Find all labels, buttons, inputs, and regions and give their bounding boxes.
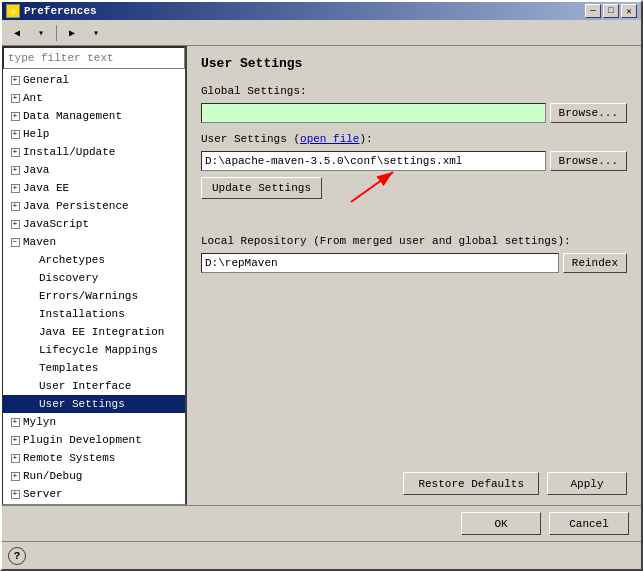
tree-item-user-settings[interactable]: User Settings [3, 395, 185, 413]
user-settings-label2: ): [359, 133, 372, 145]
expander-help[interactable]: + [7, 126, 23, 142]
tree-item-help[interactable]: + Help [3, 125, 185, 143]
tree-item-data-management[interactable]: + Data Management [3, 107, 185, 125]
tree-item-templates[interactable]: Templates [3, 359, 185, 377]
expander-java-persistence[interactable]: + [7, 198, 23, 214]
tree-item-java-ee[interactable]: + Java EE [3, 179, 185, 197]
global-settings-group: Global Settings: Browse... [201, 85, 627, 123]
tree-item-maven[interactable]: − Maven [3, 233, 185, 251]
tree-label-discovery: Discovery [39, 272, 98, 284]
tree-item-discovery[interactable]: Discovery [3, 269, 185, 287]
user-settings-row: Browse... [201, 151, 627, 171]
user-settings-label-text: User Settings ( [201, 133, 300, 145]
user-browse-button[interactable]: Browse... [550, 151, 627, 171]
cancel-button[interactable]: Cancel [549, 512, 629, 535]
tree-item-java-ee-integration[interactable]: Java EE Integration [3, 323, 185, 341]
tree-area: + General + Ant + Data Management + Help [3, 69, 185, 504]
filter-input[interactable] [3, 47, 185, 69]
tree-item-user-interface[interactable]: User Interface [3, 377, 185, 395]
tree-item-javascript[interactable]: + JavaScript [3, 215, 185, 233]
tree-label-errors-warnings: Errors/Warnings [39, 290, 138, 302]
forward-button[interactable]: ▶ [61, 23, 83, 43]
tree-label-lifecycle-mappings: Lifecycle Mappings [39, 344, 158, 356]
minimize-button[interactable]: ─ [585, 4, 601, 18]
tree-item-java[interactable]: + Java [3, 161, 185, 179]
tree-label-run-debug: Run/Debug [23, 470, 82, 482]
dialog-buttons: OK Cancel [2, 505, 641, 541]
preferences-window: ⚙ Preferences ─ □ ✕ ◀ ▾ ▶ ▾ + General [0, 0, 643, 571]
left-panel: + General + Ant + Data Management + Help [2, 46, 187, 505]
expander-errors-spacer [23, 288, 39, 304]
toolbar-separator [56, 25, 57, 41]
tree-item-mylyn[interactable]: + Mylyn [3, 413, 185, 431]
local-repo-row: Reindex [201, 253, 627, 273]
tree-item-errors-warnings[interactable]: Errors/Warnings [3, 287, 185, 305]
global-browse-button[interactable]: Browse... [550, 103, 627, 123]
expander-lifecycle-spacer [23, 342, 39, 358]
local-repo-group: Local Repository (From merged user and g… [201, 235, 627, 273]
global-settings-input[interactable] [201, 103, 546, 123]
tree-label-ant: Ant [23, 92, 43, 104]
expander-maven[interactable]: − [7, 234, 23, 250]
apply-button[interactable]: Apply [547, 472, 627, 495]
update-arrow-area: Update Settings [201, 177, 627, 217]
spacer [201, 283, 627, 456]
titlebar: ⚙ Preferences ─ □ ✕ [2, 2, 641, 20]
help-button[interactable]: ? [8, 547, 26, 565]
right-bottom-buttons: Restore Defaults Apply [201, 466, 627, 495]
tree-label-install-update: Install/Update [23, 146, 115, 158]
expander-mylyn[interactable]: + [7, 414, 23, 430]
tree-label-data-management: Data Management [23, 110, 122, 122]
back-dropdown-button[interactable]: ▾ [30, 23, 52, 43]
expander-install-update[interactable]: + [7, 144, 23, 160]
tree-item-archetypes[interactable]: Archetypes [3, 251, 185, 269]
tree-label-java-ee-integration: Java EE Integration [39, 326, 164, 338]
tree-item-remote-systems[interactable]: + Remote Systems [3, 449, 185, 467]
tree-item-java-persistence[interactable]: + Java Persistence [3, 197, 185, 215]
tree-item-ant[interactable]: + Ant [3, 89, 185, 107]
back-button[interactable]: ◀ [6, 23, 28, 43]
tree-item-run-debug[interactable]: + Run/Debug [3, 467, 185, 485]
open-file-link[interactable]: open file [300, 133, 359, 145]
forward-dropdown-button[interactable]: ▾ [85, 23, 107, 43]
expander-plugin[interactable]: + [7, 432, 23, 448]
user-settings-label: User Settings (open file): [201, 133, 627, 145]
red-arrow-indicator [341, 167, 401, 207]
toolbar: ◀ ▾ ▶ ▾ [2, 20, 641, 46]
expander-server[interactable]: + [7, 486, 23, 502]
expander-java[interactable]: + [7, 162, 23, 178]
tree-label-installations: Installations [39, 308, 125, 320]
update-settings-button[interactable]: Update Settings [201, 177, 322, 199]
expander-java-ee[interactable]: + [7, 180, 23, 196]
expander-remote[interactable]: + [7, 450, 23, 466]
maximize-button[interactable]: □ [603, 4, 619, 18]
local-repo-label: Local Repository (From merged user and g… [201, 235, 627, 247]
tree-label-archetypes: Archetypes [39, 254, 105, 266]
expander-data-management[interactable]: + [7, 108, 23, 124]
page-title: User Settings [201, 56, 627, 71]
tree-item-lifecycle-mappings[interactable]: Lifecycle Mappings [3, 341, 185, 359]
expander-run-debug[interactable]: + [7, 468, 23, 484]
tree-label-mylyn: Mylyn [23, 416, 56, 428]
local-repo-input[interactable] [201, 253, 559, 273]
tree-item-general[interactable]: + General [3, 71, 185, 89]
tree-item-installations[interactable]: Installations [3, 305, 185, 323]
expander-general[interactable]: + [7, 72, 23, 88]
window-title: Preferences [24, 5, 97, 17]
tree-label-java-persistence: Java Persistence [23, 200, 129, 212]
tree-item-install-update[interactable]: + Install/Update [3, 143, 185, 161]
restore-defaults-button[interactable]: Restore Defaults [403, 472, 539, 495]
expander-javascript[interactable]: + [7, 216, 23, 232]
tree-item-plugin-development[interactable]: + Plugin Development [3, 431, 185, 449]
user-settings-group: User Settings (open file): Browse... Upd… [201, 133, 627, 217]
expander-ant[interactable]: + [7, 90, 23, 106]
reindex-button[interactable]: Reindex [563, 253, 627, 273]
tree-label-templates: Templates [39, 362, 98, 374]
global-settings-label: Global Settings: [201, 85, 627, 97]
tree-item-server[interactable]: + Server [3, 485, 185, 503]
close-button[interactable]: ✕ [621, 4, 637, 18]
tree-item-team[interactable]: + Team [3, 503, 185, 504]
ok-button[interactable]: OK [461, 512, 541, 535]
titlebar-buttons: ─ □ ✕ [585, 4, 637, 18]
expander-templates-spacer [23, 360, 39, 376]
